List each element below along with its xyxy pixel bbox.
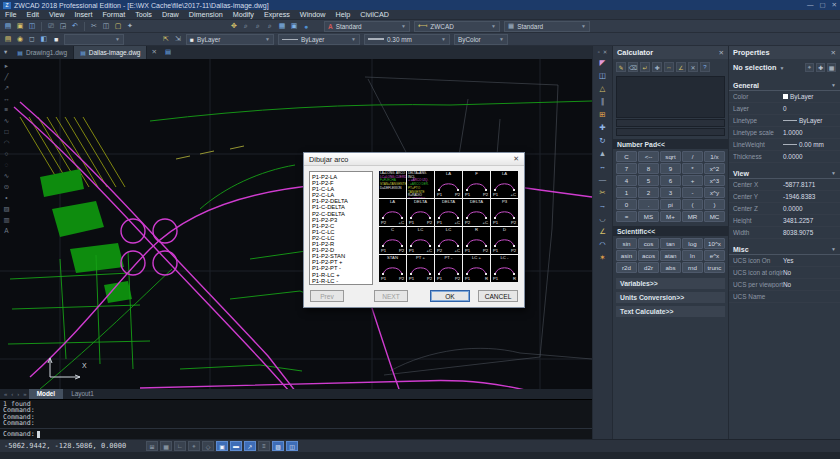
arc-thumbnail[interactable]: LCP1+C: [407, 227, 434, 254]
calc-key[interactable]: 1: [616, 187, 637, 198]
lineweight-toggle[interactable]: ▬: [230, 441, 242, 451]
calc-key[interactable]: r2d: [616, 262, 637, 273]
calc-section-unitsconversion[interactable]: Units Conversion>>: [616, 292, 725, 303]
selection-dropdown[interactable]: No selection: [733, 63, 776, 72]
quick-select-icon[interactable]: ⌖: [805, 63, 814, 72]
layer-dropdown[interactable]: ▼: [64, 34, 124, 45]
calc-key[interactable]: cos: [638, 238, 659, 249]
arc-thumbnail[interactable]: DELTAP1P2: [407, 199, 434, 226]
clear-icon[interactable]: ✎: [616, 62, 626, 72]
distance-icon[interactable]: ↔: [664, 62, 674, 72]
zoom-previous-icon[interactable]: ⌕: [264, 21, 276, 32]
print-icon[interactable]: ⎚: [45, 21, 57, 32]
section-view[interactable]: View▼: [729, 168, 840, 179]
calc-key[interactable]: 6: [660, 175, 681, 186]
render-icon[interactable]: ●: [300, 21, 312, 32]
modify-stretch-icon[interactable]: ↔: [596, 161, 610, 173]
modify-explode-icon[interactable]: ✶: [596, 252, 610, 264]
text-style-dropdown[interactable]: A Standard▼: [324, 21, 410, 32]
layer-off-icon[interactable]: ◻: [26, 34, 38, 45]
select-objects-icon[interactable]: ✚: [816, 63, 825, 72]
previous-layer-icon[interactable]: ⇲: [172, 34, 184, 45]
calc-key[interactable]: -: [682, 187, 703, 198]
modify-break-icon[interactable]: ◡: [596, 213, 610, 225]
calc-key[interactable]: ): [704, 199, 725, 210]
arc-thumbnail[interactable]: PT -P1P2: [435, 255, 462, 282]
dyn-input-toggle[interactable]: ↗: [244, 441, 256, 451]
calc-key[interactable]: 8: [638, 163, 659, 174]
modify-rotate-icon[interactable]: ↻: [596, 135, 610, 147]
arc-thumbnail[interactable]: RP1P2: [463, 227, 490, 254]
calc-key[interactable]: d2r: [638, 262, 659, 273]
arc-thumbnail[interactable]: DELTAP2+C: [463, 199, 490, 226]
chevron-down-icon[interactable]: ▼: [779, 65, 784, 71]
arc-thumbnail[interactable]: LA=LONG. ARCOLC=LONG.CUERDAF=FLECHASTAN=…: [379, 171, 406, 198]
esnap-toggle[interactable]: ◇: [202, 441, 214, 451]
menu-dimension[interactable]: Dimension: [184, 10, 228, 20]
layer-lock-icon[interactable]: ◧: [38, 34, 50, 45]
close-tab-icon[interactable]: ✕: [147, 46, 160, 59]
menu-edit[interactable]: Edit: [22, 10, 44, 20]
new-tab-icon[interactable]: ▤: [161, 46, 175, 59]
modify-array-icon[interactable]: ⊞: [596, 109, 610, 121]
section-misc[interactable]: Misc▼: [729, 244, 840, 255]
arc-thumbnail[interactable]: LAP1P2: [435, 171, 462, 198]
calc-key[interactable]: MR: [682, 211, 703, 222]
modify-scale-icon[interactable]: ▲: [596, 148, 610, 160]
tab-model[interactable]: Model: [29, 389, 63, 399]
calc-key[interactable]: /: [682, 151, 703, 162]
ellipse-icon[interactable]: ⊙: [1, 182, 12, 192]
calc-key[interactable]: C: [616, 151, 637, 162]
modify-move-icon[interactable]: ✚: [596, 122, 610, 134]
modify-chamfer-icon[interactable]: ∠: [596, 226, 610, 238]
calculator-display[interactable]: [616, 76, 725, 118]
arc-thumbnail[interactable]: LAP1+C: [491, 171, 518, 198]
arc-thumbnail[interactable]: CP1P2: [379, 227, 406, 254]
menu-insert[interactable]: Insert: [69, 10, 97, 20]
save-file-icon[interactable]: ◫: [26, 21, 38, 32]
modify-trim-icon[interactable]: ✂: [596, 187, 610, 199]
paste-value-icon[interactable]: ↵: [640, 62, 650, 72]
line-icon[interactable]: ╱: [1, 72, 12, 82]
spline-icon[interactable]: ∿: [1, 171, 12, 181]
calc-key[interactable]: MC: [704, 211, 725, 222]
linetype-control-dropdown[interactable]: ByLayer▼: [278, 34, 360, 45]
menu-draw[interactable]: Draw: [157, 10, 184, 20]
modify-lengthen-icon[interactable]: —: [596, 174, 610, 186]
minimize-button[interactable]: —: [807, 1, 814, 9]
modify-offset-icon[interactable]: ∥: [596, 96, 610, 108]
command-input[interactable]: Command:: [0, 428, 592, 439]
grid-toggle[interactable]: ▦: [160, 441, 172, 451]
modify-erase-icon[interactable]: ◤: [596, 57, 610, 69]
angle-icon[interactable]: ∠: [676, 62, 686, 72]
snap-toggle[interactable]: ⊞: [146, 441, 158, 451]
calc-key[interactable]: sqrt: [660, 151, 681, 162]
calc-key[interactable]: 5: [638, 175, 659, 186]
calc-key[interactable]: 10^x: [704, 238, 725, 249]
arc-method-item[interactable]: P1-R-LC -: [312, 278, 372, 284]
intersection-icon[interactable]: ✕: [688, 62, 698, 72]
selection-cycling-toggle[interactable]: ▨: [272, 441, 284, 451]
calc-key[interactable]: *: [682, 163, 703, 174]
undo-icon[interactable]: ↶: [69, 21, 81, 32]
arc-thumbnail[interactable]: LC +P1R: [463, 255, 490, 282]
calculator-close-icon[interactable]: ✕: [719, 49, 724, 57]
calc-key[interactable]: pi: [660, 199, 681, 210]
named-views-icon[interactable]: ▣: [288, 21, 300, 32]
modify-copy-icon[interactable]: ◫: [596, 70, 610, 82]
docked-toolbar-float-icon[interactable]: ▫: [598, 49, 600, 55]
calc-section-variables[interactable]: Variables>>: [616, 278, 725, 289]
scientific-section-header[interactable]: Scientific<<: [613, 226, 728, 236]
new-file-icon[interactable]: ▤: [2, 21, 14, 32]
calc-key[interactable]: rnd: [682, 262, 703, 273]
revcloud-icon[interactable]: ◌: [1, 160, 12, 170]
tab-list-icon[interactable]: ▾: [0, 46, 11, 59]
maximize-button[interactable]: ▢: [819, 1, 825, 9]
calc-key[interactable]: =: [616, 211, 637, 222]
paste-clip-icon[interactable]: ▢: [112, 21, 124, 32]
calc-key[interactable]: M+: [660, 211, 681, 222]
layer-color-icon[interactable]: ■: [50, 34, 62, 45]
modify-extend-icon[interactable]: →: [596, 200, 610, 212]
get-coordinates-icon[interactable]: ✚: [652, 62, 662, 72]
rectangle-icon[interactable]: □: [1, 127, 12, 137]
